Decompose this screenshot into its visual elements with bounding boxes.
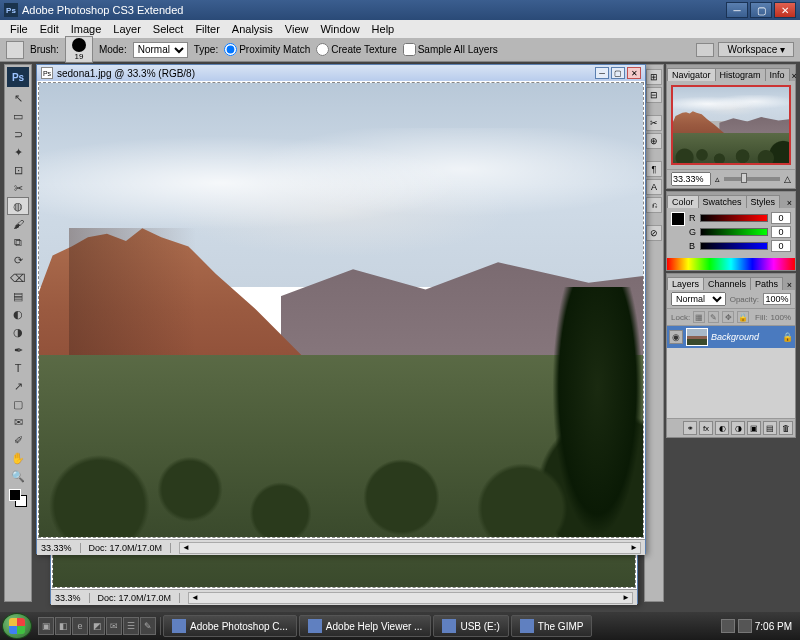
g-slider[interactable] [700, 228, 768, 236]
ql-icon[interactable]: ▣ [38, 617, 54, 635]
task-usb[interactable]: USB (E:) [433, 615, 508, 637]
tool-shape[interactable]: ▢ [7, 395, 29, 413]
menu-analysis[interactable]: Analysis [226, 23, 279, 35]
g-value[interactable]: 0 [771, 226, 791, 238]
menu-view[interactable]: View [279, 23, 315, 35]
color-swatch[interactable] [9, 489, 27, 507]
tool-healing[interactable]: ◍ [7, 197, 29, 215]
tool-lasso[interactable]: ⊃ [7, 125, 29, 143]
menu-filter[interactable]: Filter [189, 23, 225, 35]
mode-select[interactable]: Normal [133, 42, 188, 58]
dock-icon-8[interactable]: ⊘ [646, 225, 662, 241]
dock-icon-6[interactable]: A [646, 179, 662, 195]
tool-crop[interactable]: ⊡ [7, 161, 29, 179]
layer-row[interactable]: ◉ Background 🔒 [667, 326, 795, 348]
doc-min-button[interactable]: ─ [595, 67, 609, 79]
tool-gradient[interactable]: ▤ [7, 287, 29, 305]
dock-icon-4[interactable]: ⊕ [646, 133, 662, 149]
document-window-front[interactable]: Ps sedona1.jpg @ 33.3% (RGB/8) ─ ▢ ✕ 33.… [36, 64, 646, 554]
dock-icon-1[interactable]: ⊞ [646, 69, 662, 85]
b-value[interactable]: 0 [771, 240, 791, 252]
r-value[interactable]: 0 [771, 212, 791, 224]
task-photoshop[interactable]: Adobe Photoshop C... [163, 615, 297, 637]
lock-move-icon[interactable]: ✥ [722, 311, 734, 323]
lock-paint-icon[interactable]: ✎ [708, 311, 720, 323]
check-sample-all[interactable]: Sample All Layers [403, 43, 498, 56]
tray-icon[interactable] [738, 619, 752, 633]
tray-icon[interactable] [721, 619, 735, 633]
workspace-dropdown[interactable]: Workspace ▾ [718, 42, 794, 57]
start-button[interactable] [2, 613, 32, 639]
tab-navigator[interactable]: Navigator [667, 68, 716, 81]
dock-icon-5[interactable]: ¶ [646, 161, 662, 177]
tab-layers[interactable]: Layers [667, 277, 704, 290]
ql-icon[interactable]: ✉ [106, 617, 122, 635]
tool-marquee[interactable]: ▭ [7, 107, 29, 125]
lock-all-icon[interactable]: 🔒 [737, 311, 749, 323]
trash-icon[interactable]: 🗑 [779, 421, 793, 435]
b-slider[interactable] [700, 242, 768, 250]
menu-select[interactable]: Select [147, 23, 190, 35]
tool-stamp[interactable]: ⧉ [7, 233, 29, 251]
tab-color[interactable]: Color [667, 195, 699, 208]
tool-history-brush[interactable]: ⟳ [7, 251, 29, 269]
lock-trans-icon[interactable]: ▦ [693, 311, 705, 323]
canvas-front[interactable] [38, 82, 644, 538]
task-gimp[interactable]: The GIMP [511, 615, 593, 637]
new-layer-icon[interactable]: ▤ [763, 421, 777, 435]
link-icon[interactable]: ⚭ [683, 421, 697, 435]
color-close-icon[interactable]: × [784, 198, 795, 208]
dock-icon-7[interactable]: ⎌ [646, 197, 662, 213]
tool-pen[interactable]: ✒ [7, 341, 29, 359]
task-help[interactable]: Adobe Help Viewer ... [299, 615, 432, 637]
radio-proximity[interactable]: Proximity Match [224, 43, 310, 56]
layers-close-icon[interactable]: × [784, 280, 795, 290]
r-slider[interactable] [700, 214, 768, 222]
menu-layer[interactable]: Layer [107, 23, 147, 35]
tab-styles[interactable]: Styles [746, 195, 781, 208]
doc-max-button[interactable]: ▢ [611, 67, 625, 79]
menu-file[interactable]: File [4, 23, 34, 35]
tool-slice[interactable]: ✂ [7, 179, 29, 197]
menu-image[interactable]: Image [65, 23, 108, 35]
tab-channels[interactable]: Channels [703, 277, 751, 290]
tool-wand[interactable]: ✦ [7, 143, 29, 161]
ql-icon[interactable]: ☰ [123, 617, 139, 635]
zoom-back[interactable]: 33.3% [55, 593, 90, 603]
menu-help[interactable]: Help [366, 23, 401, 35]
ql-icon[interactable]: e [72, 617, 88, 635]
brush-picker[interactable]: 19 [65, 36, 93, 63]
tool-hand[interactable]: ✋ [7, 449, 29, 467]
color-spectrum[interactable] [667, 258, 795, 270]
navigator-thumbnail[interactable] [671, 85, 791, 165]
tool-dodge[interactable]: ◑ [7, 323, 29, 341]
tool-eraser[interactable]: ⌫ [7, 269, 29, 287]
ql-icon[interactable]: ◧ [55, 617, 71, 635]
doc-close-button[interactable]: ✕ [627, 67, 641, 79]
tool-move[interactable]: ↖ [7, 89, 29, 107]
dock-icon-3[interactable]: ✂ [646, 115, 662, 131]
mask-icon[interactable]: ◐ [715, 421, 729, 435]
tool-brush[interactable]: 🖌 [7, 215, 29, 233]
tool-notes[interactable]: ✉ [7, 413, 29, 431]
nav-zoom-slider[interactable] [724, 177, 780, 181]
minimize-button[interactable]: ─ [726, 2, 748, 18]
color-fg-swatch[interactable] [671, 212, 685, 226]
adjust-icon[interactable]: ◑ [731, 421, 745, 435]
tab-paths[interactable]: Paths [750, 277, 783, 290]
nav-close-icon[interactable]: × [789, 71, 800, 81]
tab-info[interactable]: Info [765, 68, 790, 81]
ql-icon[interactable]: ◩ [89, 617, 105, 635]
zoom-in-icon[interactable]: △ [784, 174, 791, 184]
menu-edit[interactable]: Edit [34, 23, 65, 35]
tool-path[interactable]: ↗ [7, 377, 29, 395]
radio-create-texture[interactable]: Create Texture [316, 43, 396, 56]
zoom-front[interactable]: 33.33% [41, 543, 81, 553]
blend-mode-select[interactable]: Normal [671, 292, 726, 306]
folder-icon[interactable]: ▣ [747, 421, 761, 435]
hscroll-back[interactable] [188, 592, 633, 604]
go-to-bridge-icon[interactable] [696, 43, 714, 57]
tool-zoom[interactable]: 🔍 [7, 467, 29, 485]
fx-icon[interactable]: fx [699, 421, 713, 435]
hscroll-front[interactable] [179, 542, 641, 554]
